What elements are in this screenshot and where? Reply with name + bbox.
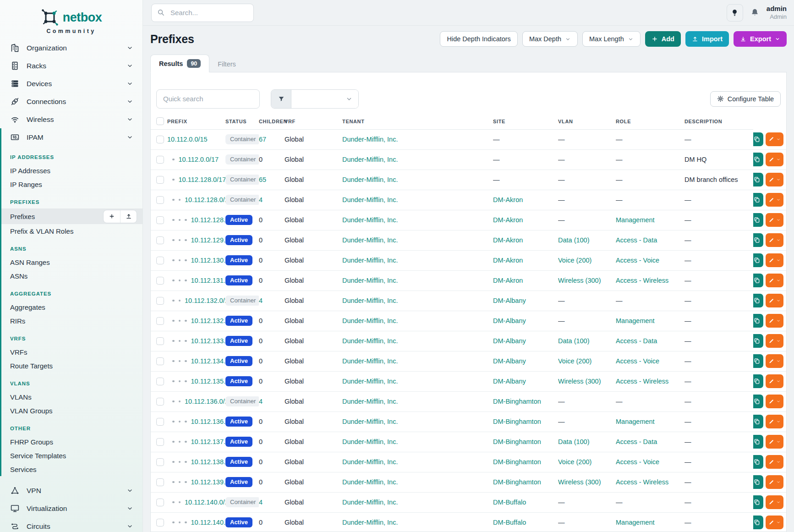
sidebar-item-services[interactable]: Services [1,462,142,476]
sidebar-item-rirs[interactable]: RIRs [1,314,142,328]
site-link[interactable]: DM-Albany [493,378,526,385]
row-checkbox[interactable] [156,136,164,143]
prefix-link[interactable]: 10.112.139.0/24 [191,478,226,486]
notifications-button[interactable] [750,8,760,17]
prefix-link[interactable]: 10.112.140.0/22 [185,499,225,506]
edit-button[interactable] [766,495,783,509]
global-search[interactable] [151,4,254,22]
tenant-link[interactable]: Dunder-Mifflin, Inc. [342,297,398,304]
column-header-vrf[interactable]: VRF [285,114,342,129]
prefix-link[interactable]: 10.112.128.0/17 [179,176,226,183]
children-count-link[interactable]: 67 [259,136,266,143]
saved-filter-select[interactable] [291,90,358,108]
sidebar-item-ip-addresses[interactable]: IP Addresses [1,164,142,177]
children-count-link[interactable]: 65 [259,176,266,183]
configure-table-button[interactable]: Configure Table [710,91,781,107]
row-checkbox[interactable] [156,499,164,506]
column-header-prefix[interactable]: PREFIX [167,114,225,129]
children-count-link[interactable]: 4 [259,398,263,405]
tenant-link[interactable]: Dunder-Mifflin, Inc. [342,418,398,425]
site-link[interactable]: DM-Binghamton [493,438,541,445]
tenant-link[interactable]: Dunder-Mifflin, Inc. [342,196,398,203]
tab-filters[interactable]: Filters [209,56,244,72]
clone-button[interactable] [753,173,763,186]
prefix-link[interactable]: 10.112.135.0/24 [191,378,226,385]
clone-button[interactable] [753,415,763,428]
tenant-link[interactable]: Dunder-Mifflin, Inc. [342,236,398,244]
tenant-link[interactable]: Dunder-Mifflin, Inc. [342,176,398,183]
tab-results[interactable]: Results 90 [150,55,209,72]
brand-logo[interactable]: netbox Community [0,5,142,39]
prefix-link[interactable]: 10.112.136.0/28 [191,418,226,425]
row-checkbox[interactable] [156,317,164,325]
sidebar-item-route-targets[interactable]: Route Targets [1,359,142,373]
tenant-link[interactable]: Dunder-Mifflin, Inc. [342,378,398,385]
column-header-children[interactable]: CHILDREN [259,114,285,129]
sidebar-item-connections[interactable]: Connections [0,93,142,110]
clone-button[interactable] [753,334,763,348]
row-checkbox[interactable] [156,418,164,426]
site-link[interactable]: DM-Binghamton [493,418,541,425]
tenant-link[interactable]: Dunder-Mifflin, Inc. [342,499,398,506]
site-link[interactable]: DM-Albany [493,357,526,365]
clone-button[interactable] [753,395,763,408]
quick-add-button[interactable] [104,210,120,223]
row-checkbox[interactable] [156,398,164,406]
edit-button[interactable] [766,173,783,186]
sidebar-item-virtualization[interactable]: Virtualization [0,499,142,517]
row-checkbox[interactable] [156,357,164,365]
sidebar-item-asn-ranges[interactable]: ASN Ranges [1,255,142,269]
row-checkbox[interactable] [156,297,164,305]
prefix-link[interactable]: 10.112.137.0/24 [191,438,226,445]
column-header-vlan[interactable]: VLAN [558,114,616,129]
edit-button[interactable] [766,395,783,408]
sidebar-item-vlan-groups[interactable]: VLAN Groups [1,404,142,417]
row-checkbox[interactable] [156,257,164,264]
sidebar-item-fhrp-groups[interactable]: FHRP Groups [1,435,142,449]
role-link[interactable]: Management [616,519,655,526]
site-link[interactable]: DM-Binghamton [493,458,541,466]
column-header-site[interactable]: SITE [493,114,558,129]
vlan-link[interactable]: Voice (200) [558,357,591,365]
clone-button[interactable] [753,274,763,287]
children-count-link[interactable]: 4 [259,196,263,203]
edit-button[interactable] [766,193,783,207]
edit-button[interactable] [766,354,783,368]
site-link[interactable]: DM-Albany [493,317,526,324]
row-checkbox[interactable] [156,216,164,224]
edit-button[interactable] [766,415,783,428]
tenant-link[interactable]: Dunder-Mifflin, Inc. [342,216,398,224]
sidebar-item-prefixes[interactable]: Prefixes [1,208,142,224]
edit-button[interactable] [766,334,783,348]
site-link[interactable]: DM-Albany [493,337,526,345]
site-link[interactable]: DM-Buffalo [493,499,526,506]
export-dropdown[interactable]: Export [734,31,787,47]
user-menu[interactable]: admin Admin [767,5,787,21]
tenant-link[interactable]: Dunder-Mifflin, Inc. [342,277,398,284]
site-link[interactable]: DM-Akron [493,216,523,224]
prefix-link[interactable]: 10.112.128.0/28 [191,216,226,224]
vlan-link[interactable]: Data (100) [558,438,590,445]
row-checkbox[interactable] [156,236,164,244]
clone-button[interactable] [753,435,763,449]
hide-depth-indicators-button[interactable]: Hide Depth Indicators [440,31,517,47]
site-link[interactable]: DM-Akron [493,257,523,264]
row-checkbox[interactable] [156,478,164,486]
sidebar-item-vlans[interactable]: VLANs [1,390,142,404]
vlan-link[interactable]: Wireless (300) [558,478,601,486]
max-depth-dropdown[interactable]: Max Depth [522,31,578,47]
prefix-link[interactable]: 10.112.140.0/28 [191,519,226,526]
site-link[interactable]: DM-Akron [493,196,523,203]
vlan-link[interactable]: Data (100) [558,337,590,345]
role-link[interactable]: Access - Data [616,337,657,345]
sidebar-item-ip-ranges[interactable]: IP Ranges [1,177,142,191]
global-search-input[interactable] [170,8,248,17]
clone-button[interactable] [753,455,763,469]
prefix-link[interactable]: 10.112.132.0/28 [191,317,226,324]
site-link[interactable]: DM-Buffalo [493,519,526,526]
prefix-link[interactable]: 10.112.130.0/24 [191,257,226,264]
sidebar-item-devices[interactable]: Devices [0,75,142,93]
edit-button[interactable] [766,153,783,166]
site-link[interactable]: DM-Binghamton [493,398,541,405]
sidebar-item-organization[interactable]: Organization [0,39,142,57]
